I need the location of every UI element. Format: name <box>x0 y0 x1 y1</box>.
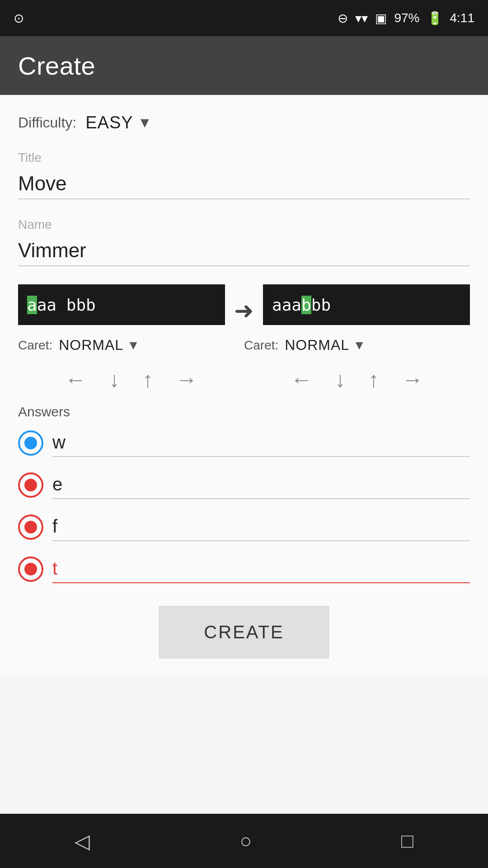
right-caret-label: Caret: <box>244 338 278 353</box>
title-label: Title <box>18 151 470 165</box>
left-arrow-left[interactable]: ← <box>60 364 91 395</box>
left-dir-buttons: ← ↓ ↑ → <box>18 364 244 395</box>
left-caret-dropdown[interactable]: NORMAL ▼ <box>59 337 140 354</box>
name-label: Name <box>18 217 470 232</box>
right-editor-before: aaa <box>272 296 301 314</box>
editor-arrow: ➜ <box>225 284 263 324</box>
answer-input-2[interactable] <box>52 471 470 499</box>
answer-row-1 <box>18 429 470 457</box>
bottom-nav: ◁ ○ □ <box>0 814 488 868</box>
left-editor-rest: aa bbb <box>37 296 96 314</box>
right-arrow-right[interactable]: → <box>397 364 428 395</box>
do-not-disturb-icon: ⊖ <box>338 11 348 26</box>
signal-icon: ⊙ <box>14 11 24 26</box>
right-caret-section: Caret: NORMAL ▼ ← ↓ ↑ → <box>244 330 470 395</box>
radio-correct-1[interactable] <box>18 430 43 456</box>
name-input[interactable] <box>18 236 470 266</box>
answer-row-2 <box>18 471 470 499</box>
create-button[interactable]: CREATE <box>159 606 329 659</box>
left-caret-row: Caret: NORMAL ▼ <box>18 337 244 354</box>
answers-section: Answers <box>18 404 470 583</box>
nav-back-icon[interactable]: ◁ <box>75 830 90 853</box>
answer-input-4[interactable] <box>52 555 470 583</box>
left-caret-section: Caret: NORMAL ▼ ← ↓ ↑ → <box>18 330 244 395</box>
wifi-icon: ▾▾ <box>355 11 368 26</box>
time: 4:11 <box>450 11 475 25</box>
difficulty-dropdown-arrow: ▼ <box>138 114 152 131</box>
page-title: Create <box>18 51 95 80</box>
right-caret-row: Caret: NORMAL ▼ <box>244 337 470 354</box>
editors-wrapper: aaa bbb ➜ aaa bbb <box>18 284 470 325</box>
content-area: Difficulty: EASY ▼ Title Name aaa bbb ➜ … <box>0 95 488 677</box>
left-arrow-right[interactable]: → <box>171 364 202 395</box>
sim-icon: ▣ <box>375 11 387 26</box>
right-editor-box: aaa bbb <box>263 284 470 325</box>
difficulty-row: Difficulty: EASY ▼ <box>18 113 470 132</box>
title-input[interactable] <box>18 169 470 199</box>
answers-title: Answers <box>18 404 470 420</box>
right-editor-panel: aaa bbb <box>263 284 470 325</box>
right-dir-buttons: ← ↓ ↑ → <box>244 364 470 395</box>
status-bar: ⊙ ⊖ ▾▾ ▣ 97% 🔋 4:11 <box>0 0 488 36</box>
answer-row-4 <box>18 555 470 583</box>
left-arrow-down[interactable]: ↓ <box>104 364 124 395</box>
right-arrow-down[interactable]: ↓ <box>330 364 350 395</box>
answer-input-3[interactable] <box>52 513 470 541</box>
right-caret-arrow: ▼ <box>353 338 366 353</box>
left-arrow-up[interactable]: ↑ <box>138 364 158 395</box>
left-editor-box: aaa bbb <box>18 284 225 325</box>
name-field-group: Name <box>18 217 470 266</box>
right-arrow-up[interactable]: ↑ <box>364 364 384 395</box>
difficulty-value: EASY <box>85 113 133 132</box>
app-bar: Create <box>0 36 488 95</box>
status-right: ⊖ ▾▾ ▣ 97% 🔋 4:11 <box>338 11 474 26</box>
left-editor-panel: aaa bbb <box>18 284 225 325</box>
left-caret-arrow: ▼ <box>127 338 140 353</box>
nav-recent-icon[interactable]: □ <box>401 830 413 852</box>
left-caret-label: Caret: <box>18 338 52 353</box>
right-caret-value: NORMAL <box>285 337 349 354</box>
right-editor-after: bb <box>311 296 331 314</box>
radio-dot-4 <box>24 563 37 576</box>
battery-icon: 🔋 <box>427 11 443 26</box>
left-caret-value: NORMAL <box>59 337 123 354</box>
difficulty-dropdown[interactable]: EASY ▼ <box>85 113 152 132</box>
answer-row-3 <box>18 513 470 541</box>
nav-home-icon[interactable]: ○ <box>239 830 252 852</box>
right-caret-dropdown[interactable]: NORMAL ▼ <box>285 337 366 354</box>
radio-dot-1 <box>24 437 37 449</box>
caret-rows: Caret: NORMAL ▼ ← ↓ ↑ → Caret: NORMAL ▼ <box>18 330 470 395</box>
difficulty-label: Difficulty: <box>18 114 76 131</box>
right-cursor-char: b <box>301 296 311 314</box>
answer-input-1[interactable] <box>52 429 470 457</box>
radio-wrong-2[interactable] <box>18 472 43 498</box>
left-cursor-char: a <box>27 296 37 314</box>
battery-text: 97% <box>394 11 419 25</box>
radio-dot-2 <box>24 479 37 491</box>
create-button-wrapper: CREATE <box>18 606 470 659</box>
radio-dot-3 <box>24 521 37 533</box>
title-field-group: Title <box>18 151 470 199</box>
radio-wrong-3[interactable] <box>18 514 43 540</box>
radio-wrong-4[interactable] <box>18 557 43 582</box>
right-arrow-left[interactable]: ← <box>286 364 317 395</box>
status-left: ⊙ <box>14 11 24 26</box>
